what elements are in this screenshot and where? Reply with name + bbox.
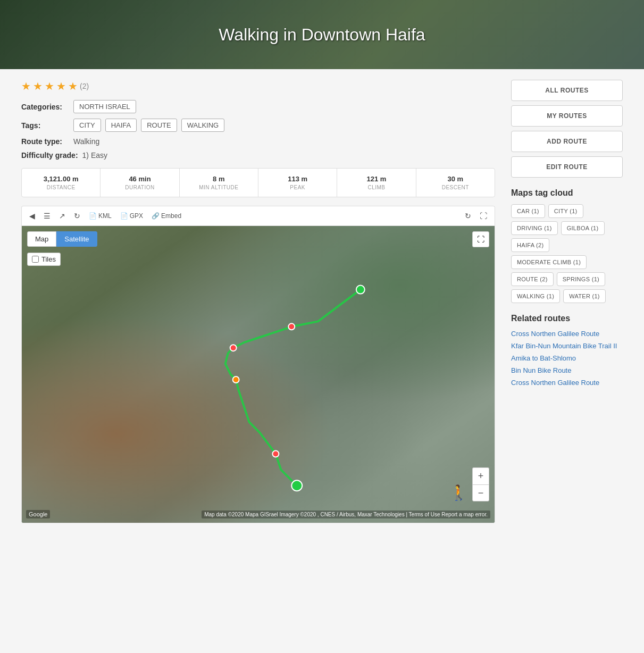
- tag-route[interactable]: ROUTE: [141, 119, 177, 132]
- stat-duration-label: DURATION: [106, 185, 173, 190]
- svg-point-1: [291, 480, 302, 491]
- stat-distance: 3,121.00 m DISTANCE: [22, 169, 101, 197]
- maps-tag-cloud-title: Maps tag cloud: [511, 188, 623, 198]
- stat-peak: 113 m PEAK: [258, 169, 337, 197]
- tag-cloud: CAR (1) CITY (1) DRIVING (1) GILBOA (1) …: [511, 204, 623, 303]
- related-route-1[interactable]: Cross Northen Galilee Route: [511, 330, 623, 338]
- map-attribution: Map data ©2020 Mapa GISrael Imagery ©202…: [202, 510, 490, 518]
- refresh-button[interactable]: ↻: [71, 210, 83, 222]
- fullscreen-map-button[interactable]: ⛶: [476, 210, 490, 222]
- cloud-tag-city[interactable]: CITY (1): [548, 204, 583, 218]
- gpx-button[interactable]: 📄 GPX: [117, 210, 146, 222]
- cloud-tag-driving[interactable]: DRIVING (1): [511, 221, 558, 235]
- my-routes-button[interactable]: MY ROUTES: [511, 105, 623, 127]
- review-count: (2): [80, 82, 89, 90]
- stat-descent-value: 30 m: [422, 175, 489, 183]
- stat-distance-value: 3,121.00 m: [27, 175, 95, 183]
- map-background: Map Satellite Tiles ⛶ 🚶 + −: [22, 226, 495, 523]
- stat-climb-label: CLIMB: [342, 185, 410, 190]
- back-button[interactable]: ◀: [26, 210, 38, 222]
- stat-descent-label: DESCENT: [422, 185, 489, 190]
- categories-row: Categories: NORTH ISRAEL: [21, 100, 495, 113]
- list-button[interactable]: ☰: [40, 210, 54, 222]
- route-type-value: Walking: [73, 137, 99, 146]
- cloud-tag-water[interactable]: WATER (1): [563, 289, 606, 303]
- tag-haifa[interactable]: HAIFA: [105, 119, 137, 132]
- gpx-label: GPX: [130, 212, 143, 220]
- cloud-tag-walking[interactable]: WALKING (1): [511, 289, 560, 303]
- pegman-control[interactable]: 🚶: [449, 484, 468, 501]
- tiles-label: Tiles: [41, 255, 56, 263]
- route-type-row: Route type: Walking: [21, 137, 495, 146]
- add-route-button[interactable]: ADD ROUTE: [511, 131, 623, 152]
- difficulty-value: 1) Easy: [82, 151, 107, 160]
- related-routes-title: Related routes: [511, 314, 623, 323]
- zoom-in-button[interactable]: +: [472, 467, 489, 484]
- cloud-tag-springs[interactable]: SPRINGS (1): [557, 272, 605, 286]
- tiles-checkbox-container[interactable]: Tiles: [27, 253, 61, 266]
- category-north-israel[interactable]: NORTH ISRAEL: [73, 100, 136, 113]
- tiles-checkbox[interactable]: [32, 256, 39, 263]
- satellite-view-button[interactable]: Satellite: [56, 231, 97, 247]
- tag-city[interactable]: CITY: [73, 119, 101, 132]
- route-type-label: Route type:: [21, 137, 69, 146]
- hero-banner: Walking in Downtown Haifa: [0, 0, 644, 69]
- main-container: ★ ★ ★ ★ ★ (2) Categories: NORTH ISRAEL T…: [0, 69, 644, 534]
- rating-row: ★ ★ ★ ★ ★ (2): [21, 80, 495, 93]
- svg-point-2: [288, 323, 295, 330]
- stat-climb: 121 m CLIMB: [337, 169, 416, 197]
- svg-point-4: [233, 376, 239, 383]
- svg-point-3: [230, 345, 237, 351]
- related-route-5[interactable]: Cross Northen Galilee Route: [511, 379, 623, 387]
- star-5: ★: [68, 80, 78, 93]
- edit-route-button[interactable]: EDIT ROUTE: [511, 156, 623, 178]
- stats-bar: 3,121.00 m DISTANCE 46 min DURATION 8 m …: [21, 168, 495, 197]
- difficulty-row: Difficulty grade: 1) Easy: [21, 151, 495, 160]
- cloud-tag-moderate-climb[interactable]: MODERATE CLIMB (1): [511, 255, 587, 269]
- kml-label: KML: [98, 212, 112, 220]
- cloud-tag-gilboa[interactable]: GILBOA (1): [561, 221, 605, 235]
- stat-min-altitude-value: 8 m: [185, 175, 253, 183]
- tags-row: Tags: CITY HAIFA ROUTE WALKING: [21, 119, 495, 132]
- star-4: ★: [56, 80, 66, 93]
- content-right: ALL ROUTES MY ROUTES ADD ROUTE EDIT ROUT…: [511, 80, 623, 523]
- zoom-controls: + −: [472, 467, 489, 501]
- related-route-2[interactable]: Kfar Bin-Nun Mountain Bike Trail II: [511, 342, 623, 350]
- gpx-icon: 📄: [120, 212, 128, 220]
- stat-climb-value: 121 m: [342, 175, 410, 183]
- related-route-4[interactable]: Bin Nun Bike Route: [511, 366, 623, 374]
- embed-button[interactable]: 🔗 Embed: [148, 210, 185, 222]
- stat-min-altitude-label: MIN ALTITUDE: [185, 185, 253, 190]
- star-1: ★: [21, 80, 31, 93]
- kml-icon: 📄: [89, 212, 97, 220]
- map-view-controls: Map Satellite: [27, 231, 97, 247]
- embed-label: Embed: [161, 212, 181, 220]
- kml-button[interactable]: 📄 KML: [86, 210, 115, 222]
- all-routes-button[interactable]: ALL ROUTES: [511, 80, 623, 101]
- fullscreen-icon: ⛶: [477, 235, 484, 244]
- share-button[interactable]: ↗: [56, 210, 69, 222]
- fullscreen-button[interactable]: ⛶: [472, 231, 489, 247]
- stat-peak-value: 113 m: [264, 175, 331, 183]
- embed-icon: 🔗: [152, 212, 160, 220]
- route-path-overlay: [22, 226, 495, 523]
- map-container[interactable]: Map Satellite Tiles ⛶ 🚶 + −: [21, 225, 495, 523]
- cloud-tag-route[interactable]: ROUTE (2): [511, 272, 554, 286]
- tag-walking[interactable]: WALKING: [181, 119, 224, 132]
- zoom-out-button[interactable]: −: [472, 484, 489, 501]
- map-view-button[interactable]: Map: [27, 231, 56, 247]
- map-toolbar: ◀ ☰ ↗ ↻ 📄 KML 📄 GPX 🔗 Embed ↻ ⛶: [21, 206, 495, 225]
- star-3: ★: [45, 80, 54, 93]
- categories-label: Categories:: [21, 103, 69, 111]
- stat-peak-label: PEAK: [264, 185, 331, 190]
- cloud-tag-car[interactable]: CAR (1): [511, 204, 545, 218]
- stat-duration: 46 min DURATION: [101, 169, 179, 197]
- refresh-map-button[interactable]: ↻: [462, 210, 474, 222]
- svg-point-0: [356, 286, 365, 294]
- stat-distance-label: DISTANCE: [27, 185, 95, 190]
- content-left: ★ ★ ★ ★ ★ (2) Categories: NORTH ISRAEL T…: [21, 80, 495, 523]
- stat-min-altitude: 8 m MIN ALTITUDE: [180, 169, 258, 197]
- related-route-3[interactable]: Amika to Bat-Shlomo: [511, 354, 623, 362]
- cloud-tag-haifa[interactable]: HAIFA (2): [511, 238, 549, 252]
- google-logo: Google: [26, 510, 50, 518]
